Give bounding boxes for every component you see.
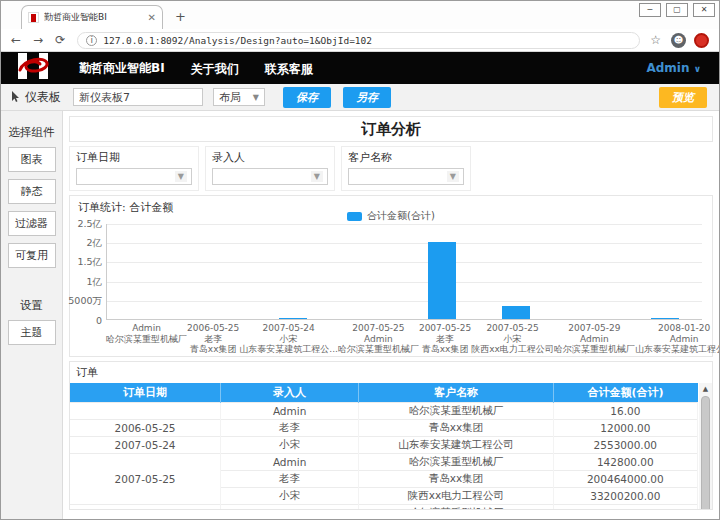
cell-order-date: 2006-05-25 <box>70 419 221 436</box>
app-navbar: 勤哲商业智能BI 关于我们联系客服 Admin ∨ <box>1 52 719 84</box>
sidebar-item-可复用[interactable]: 可复用 <box>8 243 56 268</box>
appbar-link[interactable]: 联系客服 <box>265 62 313 76</box>
dashboard-label: 仪表板 <box>25 89 61 106</box>
bar[interactable] <box>279 318 307 319</box>
bookmark-star-icon[interactable]: ☆ <box>650 33 661 47</box>
site-info-icon[interactable]: i <box>86 35 97 46</box>
browser-window: 勤哲商业智能BI ✕ + ─ ▢ ✕ ← → ⟳ i 127.0.0.1:809… <box>0 0 720 520</box>
filter-widget[interactable]: 客户名称▼ <box>341 146 471 191</box>
table-vertical-scrollbar[interactable]: ▲ ▼ <box>699 383 712 510</box>
sidebar-section-title: 选择组件 <box>1 125 62 140</box>
cell-customer: 陕西xx电力工程公司 <box>359 487 554 504</box>
cell-order-date: 2007-05-25 <box>70 453 221 504</box>
chart-widget[interactable]: 订单统计: 合计金额 合计金额(合计) 2.5亿2亿1.5亿1亿5000万0 A… <box>69 195 713 357</box>
title-widget[interactable]: 订单分析 <box>69 116 713 142</box>
layout-select[interactable]: 布局 ▼ <box>213 88 265 106</box>
tab-favicon-icon <box>28 12 39 23</box>
table-row[interactable]: Admin哈尔滨某重型机械厂16.00 <box>70 402 698 419</box>
filter-label: 录入人 <box>212 150 328 165</box>
sidebar-item-静态[interactable]: 静态 <box>8 179 56 204</box>
cell-customer: 青岛xx集团 <box>359 470 554 487</box>
table-header-cell: 录入人 <box>221 383 359 402</box>
cell-amount: 2553000.00 <box>553 436 697 453</box>
save-as-button[interactable]: 另存 <box>343 87 391 108</box>
sidebar-item-过滤器[interactable]: 过滤器 <box>8 211 56 236</box>
bar-slot <box>107 224 181 319</box>
table-row[interactable]: 2006-05-25老李青岛xx集团12000.00 <box>70 419 698 436</box>
bar-slot <box>181 224 255 319</box>
filter-label: 客户名称 <box>348 150 464 165</box>
appbar-link[interactable]: 关于我们 <box>191 62 239 76</box>
new-tab-button[interactable]: + <box>175 9 186 24</box>
profile-icon[interactable]: ☻ <box>671 33 686 48</box>
chevron-down-icon: ▼ <box>447 171 459 182</box>
cell-customer: 青岛xx集团 <box>359 419 554 436</box>
legend-swatch-icon <box>347 212 362 221</box>
user-name: Admin <box>646 61 689 75</box>
table-row[interactable]: 2007-05-24小宋山东泰安某建筑工程公司2553000.00 <box>70 436 698 453</box>
cell-person: 老李 <box>221 470 359 487</box>
bar-slot <box>330 224 404 319</box>
window-minimize-button[interactable]: ─ <box>639 3 661 17</box>
cell-amount: 12000.00 <box>553 419 697 436</box>
filter-select[interactable]: ▼ <box>212 168 328 185</box>
table-widget[interactable]: 订单 订单日期录入人客户名称合计金额(合计) Admin哈尔滨某重型机械厂16.… <box>69 361 713 510</box>
component-sidebar: 选择组件图表静态过滤器可复用设置主题 <box>1 111 63 519</box>
table-header-cell: 订单日期 <box>70 383 221 402</box>
scroll-up-icon[interactable]: ▲ <box>703 383 708 395</box>
sidebar-item-主题[interactable]: 主题 <box>8 320 56 345</box>
cell-person: 小宋 <box>221 436 359 453</box>
cell-order-date: 2007-05-24 <box>70 436 221 453</box>
table-header-row: 订单日期录入人客户名称合计金额(合计) <box>70 383 698 402</box>
bar-slot <box>405 224 479 319</box>
chart-legend[interactable]: 合计金额(合计) <box>70 209 712 223</box>
scrollbar-thumb[interactable] <box>701 396 710 510</box>
x-axis-category-label: 2007-05-24小宋山东泰安某建筑工程公... <box>239 323 338 355</box>
bar[interactable] <box>502 306 530 319</box>
bar[interactable] <box>428 242 456 319</box>
cell-person: Admin <box>221 504 359 510</box>
back-icon[interactable]: ← <box>11 33 21 47</box>
window-maximize-button[interactable]: ▢ <box>666 3 688 17</box>
reload-icon[interactable]: ⟳ <box>55 33 65 47</box>
forward-icon[interactable]: → <box>33 33 43 47</box>
x-axis-category-label: 2007-05-25老李青岛xx集团 <box>419 323 471 355</box>
filter-select[interactable]: ▼ <box>76 168 192 185</box>
user-menu[interactable]: Admin ∨ <box>646 61 701 75</box>
cell-amount: 33200200.00 <box>553 487 697 504</box>
filter-widgets: 订单日期▼录入人▼客户名称▼ <box>69 146 713 191</box>
browser-menu-icon[interactable] <box>694 33 709 48</box>
brand-name[interactable]: 勤哲商业智能BI <box>79 60 165 77</box>
bar-slot <box>479 224 553 319</box>
cell-amount: 142800.00 <box>553 453 697 470</box>
sidebar-item-图表[interactable]: 图表 <box>8 147 56 172</box>
dashboard-canvas: 订单分析 订单日期▼录入人▼客户名称▼ 订单统计: 合计金额 合计金额(合计) … <box>63 111 719 519</box>
x-axis-category-label: 2008-01-20Admin山东泰安某建筑工程公... <box>635 323 719 355</box>
titlebar: 勤哲商业智能BI ✕ + ─ ▢ ✕ <box>1 1 719 29</box>
tab-close-icon[interactable]: ✕ <box>148 12 156 23</box>
chart-x-axis-labels: Admin哈尔滨某重型机械厂2006-05-25老李青岛xx集团2007-05-… <box>106 323 702 355</box>
window-close-button[interactable]: ✕ <box>693 3 715 17</box>
y-axis-tick-label: 1亿 <box>86 275 107 288</box>
chart-bars <box>107 224 702 319</box>
table-row[interactable]: 2007-05-29Admin哈尔滨某重型机械厂20200.00 <box>70 504 698 510</box>
filter-widget[interactable]: 录入人▼ <box>205 146 335 191</box>
cell-order-date <box>70 402 221 419</box>
chevron-down-icon: ▼ <box>175 171 187 182</box>
x-axis-category-label: 2007-05-29Admin哈尔滨某重型机械厂 <box>554 323 635 355</box>
chevron-down-icon: ▼ <box>253 93 259 102</box>
chevron-down-icon: ▼ <box>311 171 323 182</box>
filter-select[interactable]: ▼ <box>348 168 464 185</box>
url-field[interactable]: i 127.0.0.1:8092/Analysis/Design?auto=1&… <box>77 32 640 49</box>
table-row[interactable]: 2007-05-25Admin哈尔滨某重型机械厂142800.00 <box>70 453 698 470</box>
preview-button[interactable]: 预览 <box>659 87 707 108</box>
cell-customer: 哈尔滨某重型机械厂 <box>359 504 554 510</box>
filter-widget[interactable]: 订单日期▼ <box>69 146 199 191</box>
cell-customer: 哈尔滨某重型机械厂 <box>359 402 554 419</box>
save-button[interactable]: 保存 <box>283 87 331 108</box>
dashboard-name-input[interactable] <box>73 88 203 106</box>
bar[interactable] <box>651 318 679 319</box>
bar-slot <box>256 224 330 319</box>
chart-plot-area: 2.5亿2亿1.5亿1亿5000万0 <box>106 224 702 320</box>
browser-tab[interactable]: 勤哲商业智能BI ✕ <box>21 5 163 29</box>
